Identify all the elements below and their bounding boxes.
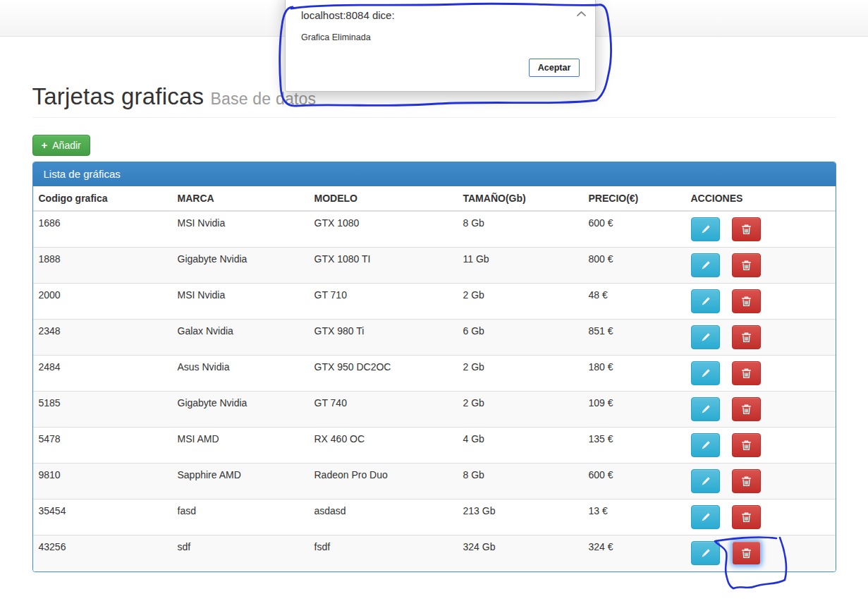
trash-icon — [741, 332, 752, 343]
accept-button[interactable]: Aceptar — [529, 59, 580, 77]
trash-icon — [741, 224, 752, 235]
table-header-row: Codigo grafica MARCA MODELO TAMAÑO(Gb) P… — [33, 186, 836, 211]
delete-button[interactable] — [732, 253, 761, 277]
panel-heading: Lista de gráficas — [33, 162, 836, 186]
cell-marca: fasd — [172, 500, 309, 536]
delete-button[interactable] — [732, 361, 761, 385]
delete-button[interactable] — [732, 397, 761, 421]
cell-codigo: 9810 — [33, 464, 172, 500]
edit-button[interactable] — [691, 325, 720, 349]
cell-marca: MSI AMD — [172, 428, 309, 464]
cell-modelo: fsdf — [309, 536, 458, 571]
col-header-codigo: Codigo grafica — [33, 186, 172, 211]
table-row: 2484 Asus Nvidia GTX 950 DC2OC 2 Gb 180 … — [33, 356, 836, 392]
table-row: 9810 Sapphire AMD Radeon Pro Duo 8 Gb 60… — [33, 464, 836, 500]
cell-codigo: 5185 — [33, 392, 172, 428]
cell-precio: 600 € — [583, 211, 685, 248]
trash-icon — [741, 548, 752, 559]
cell-acciones — [685, 500, 836, 536]
cell-codigo: 2484 — [33, 356, 172, 392]
cell-codigo: 1888 — [33, 248, 172, 284]
cell-tamano: 6 Gb — [458, 320, 583, 356]
pencil-icon — [700, 260, 711, 271]
edit-button[interactable] — [691, 505, 720, 529]
page-title-text: Tarjetas graficas — [32, 83, 204, 109]
cell-acciones — [685, 428, 836, 464]
trash-icon — [741, 296, 752, 307]
cell-tamano: 2 Gb — [458, 392, 583, 428]
trash-icon — [741, 440, 752, 451]
cell-acciones — [685, 211, 836, 248]
cell-acciones — [685, 464, 836, 500]
delete-button[interactable] — [732, 541, 761, 565]
pencil-icon — [700, 224, 711, 235]
delete-button[interactable] — [732, 469, 761, 493]
cell-codigo: 2000 — [33, 284, 172, 320]
cell-marca: Galax Nvidia — [172, 320, 309, 356]
edit-button[interactable] — [691, 361, 720, 385]
graphics-list-panel: Lista de gráficas Codigo grafica MARCA M… — [32, 162, 836, 572]
pencil-icon — [700, 548, 711, 559]
edit-button[interactable] — [691, 397, 720, 421]
edit-button[interactable] — [691, 469, 720, 493]
edit-button[interactable] — [691, 217, 720, 241]
delete-button[interactable] — [732, 505, 761, 529]
cell-tamano: 2 Gb — [458, 356, 583, 392]
cell-marca: Gigabyte Nvidia — [172, 392, 309, 428]
graphics-table: Codigo grafica MARCA MODELO TAMAÑO(Gb) P… — [33, 186, 836, 571]
table-row: 5478 MSI AMD RX 460 OC 4 Gb 135 € — [33, 428, 836, 464]
caret-up-icon — [576, 11, 587, 17]
table-row: 2000 MSI Nvidia GT 710 2 Gb 48 € — [33, 284, 836, 320]
cell-codigo: 43256 — [33, 536, 172, 571]
cell-precio: 109 € — [583, 392, 685, 428]
table-row: 43256 sdf fsdf 324 Gb 324 € — [33, 536, 836, 571]
cell-marca: Sapphire AMD — [172, 464, 309, 500]
cell-acciones — [685, 356, 836, 392]
edit-button[interactable] — [691, 433, 720, 457]
col-header-precio: PRECIO(€) — [583, 186, 685, 211]
cell-acciones — [685, 536, 836, 571]
table-row: 2348 Galax Nvidia GTX 980 Ti 6 Gb 851 € — [33, 320, 836, 356]
plus-icon: + — [42, 140, 48, 150]
cell-marca: Asus Nvidia — [172, 356, 309, 392]
cell-precio: 180 € — [583, 356, 685, 392]
edit-button[interactable] — [691, 541, 720, 565]
cell-acciones — [685, 320, 836, 356]
cell-marca: MSI Nvidia — [172, 211, 309, 248]
cell-precio: 48 € — [583, 284, 685, 320]
table-row: 1686 MSI Nvidia GTX 1080 8 Gb 600 € — [33, 211, 836, 248]
edit-button[interactable] — [691, 253, 720, 277]
page-subtitle: Base de datos — [211, 90, 317, 108]
cell-tamano: 8 Gb — [458, 211, 583, 248]
add-button-label: Añadir — [52, 140, 80, 151]
cell-marca: MSI Nvidia — [172, 284, 309, 320]
cell-acciones — [685, 248, 836, 284]
cell-precio: 851 € — [583, 320, 685, 356]
col-header-marca: MARCA — [172, 186, 309, 211]
cell-codigo: 5478 — [33, 428, 172, 464]
add-button[interactable]: + Añadir — [32, 135, 90, 156]
trash-icon — [741, 476, 752, 487]
dialog-message: Grafica Eliminada — [301, 32, 371, 42]
cell-codigo: 1686 — [33, 211, 172, 248]
delete-button[interactable] — [732, 433, 761, 457]
cell-tamano: 4 Gb — [458, 428, 583, 464]
pencil-icon — [700, 332, 711, 343]
pencil-icon — [700, 404, 711, 415]
delete-button[interactable] — [732, 217, 761, 241]
cell-marca: Gigabyte Nvidia — [172, 248, 309, 284]
col-header-modelo: MODELO — [309, 186, 458, 211]
cell-modelo: GTX 950 DC2OC — [309, 356, 458, 392]
table-row: 35454 fasd asdasd 213 Gb 13 € — [33, 500, 836, 536]
cell-acciones — [685, 284, 836, 320]
col-header-tamano: TAMAÑO(Gb) — [458, 186, 583, 211]
delete-button[interactable] — [732, 289, 761, 313]
trash-icon — [741, 368, 752, 379]
cell-modelo: RX 460 OC — [309, 428, 458, 464]
cell-tamano: 324 Gb — [458, 536, 583, 571]
edit-button[interactable] — [691, 289, 720, 313]
table-row: 5185 Gigabyte Nvidia GT 740 2 Gb 109 € — [33, 392, 836, 428]
cell-modelo: Radeon Pro Duo — [309, 464, 458, 500]
pencil-icon — [700, 368, 711, 379]
delete-button[interactable] — [732, 325, 761, 349]
